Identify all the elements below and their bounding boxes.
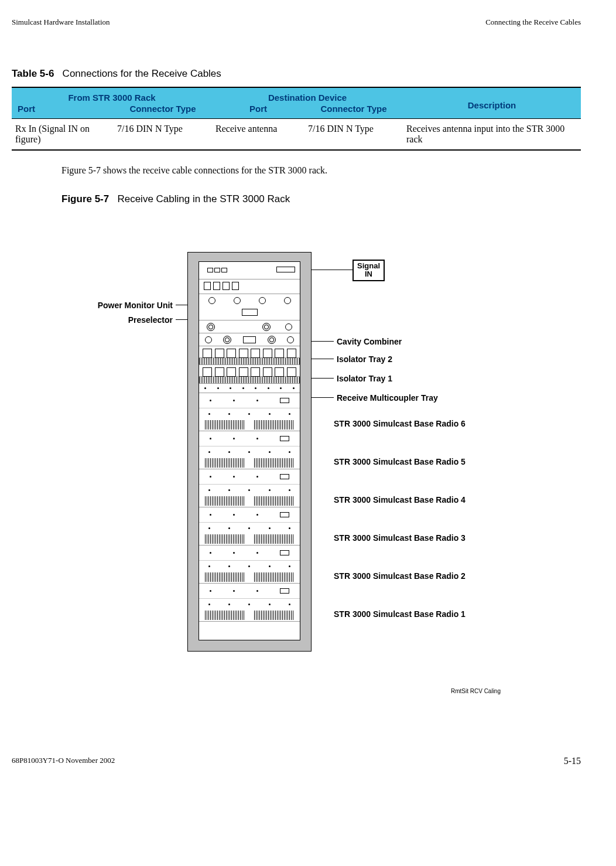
slot-radio-5 bbox=[199, 431, 300, 469]
cell-from-port: Rx In (Signal IN on figure) bbox=[12, 119, 114, 151]
label-pmu: Power Monitor Unit bbox=[61, 301, 173, 310]
figure-number: Figure 5-7 bbox=[61, 193, 109, 204]
cell-from-conn: 7/16 DIN N Type bbox=[114, 119, 212, 151]
slot-cavity bbox=[199, 333, 300, 346]
slot-pmu bbox=[199, 294, 300, 321]
label-rmc-tray: Receive Multicoupler Tray bbox=[337, 393, 438, 403]
footer-page-number: 5-15 bbox=[564, 756, 581, 766]
signal-in-label2: IN bbox=[357, 270, 380, 278]
figure-caption-small: RmtSit RCV Caling bbox=[451, 688, 501, 694]
table-number: Table 5-6 bbox=[12, 68, 54, 79]
slot-radio-6 bbox=[199, 393, 300, 431]
label-radio-6: STR 3000 Simulcast Base Radio 6 bbox=[334, 419, 466, 428]
label-radio-5: STR 3000 Simulcast Base Radio 5 bbox=[334, 457, 466, 466]
col-desc: Description bbox=[403, 87, 581, 119]
label-preselector: Preselector bbox=[61, 315, 173, 325]
slot-radio-3 bbox=[199, 507, 300, 545]
cell-desc: Receives antenna input into the STR 3000… bbox=[403, 119, 581, 151]
col-group-dest: Destination Device bbox=[212, 87, 403, 104]
slot-signal bbox=[199, 279, 300, 294]
slot-top bbox=[199, 262, 300, 279]
slot-isolator-2 bbox=[199, 346, 300, 358]
label-cavity-combiner: Cavity Combiner bbox=[337, 337, 402, 346]
slot-rmc bbox=[199, 384, 300, 393]
rack-outline bbox=[187, 252, 312, 652]
signal-in-label1: Signal bbox=[357, 262, 380, 270]
receive-cables-table: From STR 3000 Rack Destination Device De… bbox=[12, 87, 581, 151]
cell-dest-port: Receive antenna bbox=[212, 119, 304, 151]
slot-hatch bbox=[199, 377, 300, 384]
label-isolator-tray-1: Isolator Tray 1 bbox=[337, 374, 392, 383]
col-dest-conn: Connector Type bbox=[304, 104, 403, 119]
figure-diagram: Signal IN Power Monitor Unit Preselector… bbox=[61, 223, 512, 697]
label-isolator-tray-2: Isolator Tray 2 bbox=[337, 354, 392, 364]
slot-radio-2 bbox=[199, 545, 300, 584]
label-radio-1: STR 3000 Simulcast Base Radio 1 bbox=[334, 609, 466, 619]
rack-inner bbox=[199, 261, 300, 640]
figure-title-text: Receive Cabling in the STR 3000 Rack bbox=[117, 193, 290, 204]
footer-left: 68P81003Y71-O November 2002 bbox=[12, 756, 115, 766]
slot-isolator-1 bbox=[199, 365, 300, 377]
label-radio-4: STR 3000 Simulcast Base Radio 4 bbox=[334, 495, 466, 504]
slot-preselector bbox=[199, 321, 300, 333]
slot-radio-1 bbox=[199, 584, 300, 622]
cell-dest-conn: 7/16 DIN N Type bbox=[304, 119, 403, 151]
body-paragraph: Figure 5-7 shows the receive cable conne… bbox=[61, 165, 581, 176]
col-from-conn: Connector Type bbox=[114, 104, 212, 119]
figure-title: Figure 5-7 Receive Cabling in the STR 30… bbox=[61, 193, 581, 205]
table-row: Rx In (Signal IN on figure) 7/16 DIN N T… bbox=[12, 119, 581, 151]
header-left: Simulcast Hardware Installation bbox=[12, 18, 110, 27]
col-group-from: From STR 3000 Rack bbox=[12, 87, 212, 104]
slot-radio-4 bbox=[199, 469, 300, 507]
label-radio-2: STR 3000 Simulcast Base Radio 2 bbox=[334, 571, 466, 581]
slot-hatch bbox=[199, 358, 300, 365]
header-right: Connecting the Receive Cables bbox=[485, 18, 581, 27]
col-dest-port: Port bbox=[212, 104, 304, 119]
page-header: Simulcast Hardware Installation Connecti… bbox=[12, 18, 581, 27]
col-from-port: Port bbox=[12, 104, 114, 119]
signal-in-box: Signal IN bbox=[353, 260, 385, 281]
table-title: Table 5-6 Connections for the Receive Ca… bbox=[12, 68, 581, 80]
slot-bottom bbox=[199, 622, 300, 651]
page-footer: 68P81003Y71-O November 2002 5-15 bbox=[12, 756, 581, 766]
table-title-text: Connections for the Receive Cables bbox=[63, 68, 221, 79]
label-radio-3: STR 3000 Simulcast Base Radio 3 bbox=[334, 533, 466, 543]
